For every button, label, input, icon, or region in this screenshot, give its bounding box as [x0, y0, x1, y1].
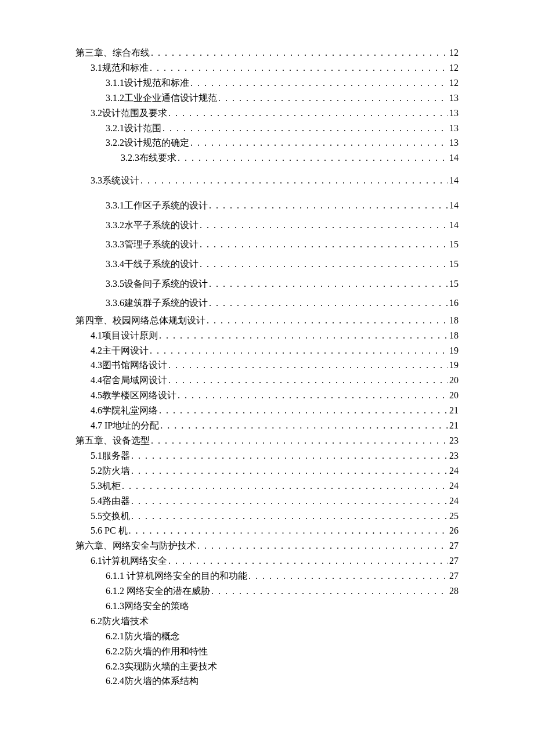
toc-entry-page: 23 [448, 433, 459, 448]
toc-entry-title: 6.1.1 计算机网络安全的目的和功能 [106, 568, 247, 584]
toc-leader-dots [150, 433, 448, 448]
toc-entry-page: 28 [448, 584, 459, 599]
toc-entry-title: 6.2.3实现防火墙的主要技术 [106, 659, 217, 674]
toc-entry: 3.3.5设备间子系统的设计 15 [75, 274, 459, 294]
toc-leader-dots [208, 274, 448, 294]
toc-leader-dots [176, 388, 448, 403]
toc-entry-title: 3.2.1设计范围 [106, 121, 161, 136]
toc-leader-dots [150, 45, 448, 60]
toc-entry: 5.4路由器24 [75, 494, 459, 509]
toc-entry: 5.6 PC 机26 [75, 523, 459, 538]
toc-leader-dots [121, 478, 448, 494]
toc-entry: 6.1计算机网络安全27 [75, 553, 459, 568]
toc-entry: 3.2设计范围及要求13 [75, 106, 459, 121]
toc-entry: 4.5教学楼区网络设计20 [75, 388, 459, 403]
toc-entry-page: 26 [448, 523, 459, 538]
toc-entry-page: 21 [448, 403, 459, 418]
toc-leader-dots [167, 106, 448, 121]
toc-entry: 3.3.2水平子系统的设计 14 [75, 215, 459, 235]
toc-entry: 4.3图书馆网络设计19 [75, 358, 459, 373]
toc-entry-title: 4.3图书馆网络设计 [91, 358, 167, 373]
toc-entry-title: 6.1.2 网络安全的潜在威胁 [106, 584, 210, 599]
toc-entry-title: 3.3.6建筑群子系统的设计 [106, 293, 208, 313]
toc-entry: 6.2防火墙技术 [75, 614, 459, 629]
toc-entry: 3.1规范和标准12 [75, 60, 459, 75]
toc-entry-title: 3.1.1设计规范和标准 [106, 75, 189, 91]
toc-leader-dots [208, 293, 448, 313]
toc-entry: 3.2.1设计范围 13 [75, 121, 459, 136]
toc-entry: 4.2主干网设计19 [75, 343, 459, 358]
toc-entry-title: 3.2.2设计规范的确定 [106, 135, 189, 150]
toc-leader-dots [247, 568, 448, 584]
toc-leader-dots [210, 584, 448, 599]
toc-entry-title: 5.5交换机 [91, 509, 130, 524]
toc-entry: 5.3机柜24 [75, 478, 459, 494]
toc-entry-title: 3.3.1工作区子系统的设计 [106, 196, 208, 215]
toc-entry: 3.3.1工作区子系统的设计 14 [75, 196, 459, 215]
toc-entry: 4.6学院礼堂网络21 [75, 403, 459, 418]
toc-entry: 3.3.4干线子系统的设计 15 [75, 254, 459, 274]
toc-entry-page: 15 [448, 274, 459, 294]
toc-entry-title: 6.1.3网络安全的策略 [106, 599, 189, 614]
toc-entry: 5.5交换机25 [75, 509, 459, 524]
toc-entry-page: 14 [448, 173, 459, 188]
toc-entry-page: 12 [448, 75, 459, 91]
toc-entry: 第三章、综合布线 12 [75, 45, 459, 60]
toc-entry-title: 4.2主干网设计 [91, 343, 149, 358]
toc-leader-dots [130, 448, 448, 463]
toc-entry-title: 6.2.1防火墙的概念 [106, 629, 180, 644]
toc-entry-page: 18 [448, 313, 459, 328]
toc-entry-page: 18 [448, 328, 459, 343]
toc-entry-page: 15 [448, 235, 459, 254]
toc-entry-title: 3.3.2水平子系统的设计 [106, 215, 199, 235]
toc-entry: 4.4宿舍局域网设计20 [75, 373, 459, 388]
toc-entry-page: 12 [448, 60, 459, 75]
toc-entry: 4.7 IP地址的分配21 [75, 418, 459, 433]
toc-entry-title: 3.1规范和标准 [91, 60, 149, 75]
toc-entry: 6.1.1 计算机网络安全的目的和功能27 [75, 568, 459, 584]
toc-entry-page: 20 [448, 373, 459, 388]
toc-entry-page: 13 [448, 121, 459, 136]
toc-entry-page: 23 [448, 448, 459, 463]
toc-entry: 5.1服务器23 [75, 448, 459, 463]
toc-entry: 5.2防火墙24 [75, 463, 459, 478]
toc-entry-page: 19 [448, 343, 459, 358]
toc-entry-title: 5.4路由器 [91, 494, 130, 509]
toc-entry-title: 6.1计算机网络安全 [91, 553, 167, 568]
toc-entry: 6.2.2防火墙的作用和特性 [75, 644, 459, 659]
toc-entry-page: 20 [448, 388, 459, 403]
toc-entry: 3.3.6建筑群子系统的设计 16 [75, 293, 459, 313]
toc-entry-title: 3.3.4干线子系统的设计 [106, 254, 199, 274]
toc-leader-dots [161, 121, 448, 136]
toc-entry-page: 27 [448, 568, 459, 584]
toc-entry-title: 第五章、设备选型 [75, 433, 150, 448]
toc-entry-page: 21 [448, 418, 459, 433]
toc-leader-dots [189, 135, 448, 150]
toc-leader-dots [128, 523, 448, 538]
toc-entry-title: 3.2设计范围及要求 [91, 106, 167, 121]
toc-leader-dots [176, 150, 448, 165]
toc-entry-page: 12 [448, 45, 459, 60]
toc-entry-title: 3.3.3管理子系统的设计 [106, 235, 199, 254]
toc-entry-page: 24 [448, 478, 459, 494]
toc-leader-dots [167, 373, 448, 388]
toc-leader-dots [149, 60, 448, 75]
toc-entry-title: 6.2防火墙技术 [91, 614, 149, 629]
toc-entry: 6.1.2 网络安全的潜在威胁28 [75, 584, 459, 599]
toc-leader-dots [130, 463, 448, 478]
toc-leader-dots [199, 235, 448, 254]
toc-entry-title: 4.6学院礼堂网络 [91, 403, 158, 418]
toc-entry-title: 4.5教学楼区网络设计 [91, 388, 176, 403]
toc-entry: 3.3系统设计14 [75, 173, 459, 188]
toc-entry-page: 13 [448, 135, 459, 150]
toc-entry-title: 3.3系统设计 [91, 173, 139, 188]
toc-leader-dots [130, 509, 448, 524]
toc-entry-page: 16 [448, 293, 459, 313]
toc-entry-title: 第六章、网络安全与防护技术 [75, 538, 196, 553]
toc-entry-page: 24 [448, 463, 459, 478]
toc-entry: 3.1.2工业企业通信设计规范 13 [75, 91, 459, 106]
toc-entry-title: 3.3.5设备间子系统的设计 [106, 274, 208, 294]
toc-entry: 第五章、设备选型 23 [75, 433, 459, 448]
toc-entry-page: 13 [448, 106, 459, 121]
toc-entry-page: 24 [448, 494, 459, 509]
